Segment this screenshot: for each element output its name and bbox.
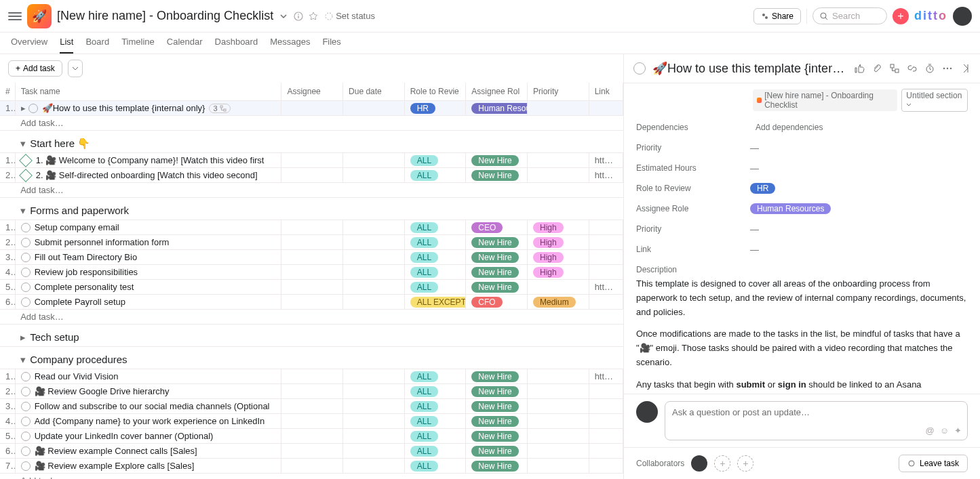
omni-add-button[interactable]: + [893, 8, 909, 24]
emoji-icon[interactable]: ☺ [940, 425, 949, 436]
complete-check[interactable] [21, 283, 31, 292]
pill[interactable]: ALL [410, 461, 438, 472]
link-cell[interactable]: https://ww [589, 153, 623, 168]
field-priority-value[interactable]: — [750, 143, 759, 153]
pill[interactable]: ALL [410, 446, 438, 457]
pill[interactable]: ALL [410, 371, 438, 382]
add-task-button[interactable]: +Add task [8, 60, 62, 77]
section-header[interactable]: ▾Forms and paperwork [15, 198, 623, 220]
star-reaction-icon[interactable]: ✦ [954, 425, 962, 436]
task-name[interactable]: 🎥 Review Google Drive hierarchy [35, 386, 170, 396]
pill[interactable]: ALL [410, 237, 438, 248]
subtask-icon[interactable] [889, 63, 900, 74]
add-dependencies-button[interactable]: Add dependencies [750, 120, 828, 135]
star-icon[interactable] [307, 10, 319, 22]
timer-icon[interactable] [924, 63, 935, 74]
nav-overview[interactable]: Overview [11, 37, 47, 54]
complete-task-check[interactable] [633, 62, 646, 75]
pill[interactable]: New Hire [471, 461, 518, 472]
user-avatar[interactable] [953, 7, 972, 26]
task-name[interactable]: 2. 🎥 Self-directed onboarding [Watch thi… [36, 170, 258, 180]
nav-board[interactable]: Board [85, 37, 109, 54]
pill[interactable]: High [533, 222, 564, 233]
like-icon[interactable] [854, 63, 865, 74]
link-cell[interactable] [589, 414, 623, 429]
section-header[interactable]: ▾Start here 👇 [15, 131, 623, 153]
col-due[interactable]: Due date [343, 83, 405, 101]
pill[interactable]: New Hire [471, 416, 518, 427]
complete-check[interactable] [21, 268, 31, 277]
col-role[interactable]: Role to Revie [404, 83, 466, 101]
project-title[interactable]: [New hire name] - Onboarding Checklist [57, 9, 273, 23]
table-row[interactable]: 1▸🚀How to use this template {internal on… [0, 101, 623, 116]
section-collapse-icon[interactable]: ▾ [20, 205, 26, 216]
task-name[interactable]: 🎥 Review example Connect calls [Sales] [35, 446, 197, 456]
section-collapse-icon[interactable]: ▾ [20, 354, 26, 365]
task-name[interactable]: Update your LinkedIn cover banner (Optio… [35, 431, 214, 441]
info-icon[interactable] [292, 10, 305, 22]
field-priority2-value[interactable]: — [750, 224, 759, 234]
complete-check[interactable] [21, 372, 31, 381]
nav-calendar[interactable]: Calendar [167, 37, 203, 54]
complete-check[interactable] [21, 387, 31, 396]
pill[interactable]: ALL [410, 282, 438, 293]
field-arole-value[interactable]: Human Resources [750, 203, 831, 214]
field-hours-value[interactable]: — [750, 163, 759, 173]
section-header[interactable]: ▸Tech setup [15, 325, 623, 347]
task-name[interactable]: Review job responsibilities [35, 267, 138, 277]
expand-subtasks-icon[interactable]: ▸ [21, 103, 26, 113]
chevron-down-icon[interactable] [277, 10, 290, 22]
pill[interactable]: ALL [410, 170, 438, 181]
task-name[interactable]: 🚀How to use this template {internal only… [42, 103, 205, 113]
table-row[interactable]: 2🎥 Review Google Drive hierarchyALLNew H… [0, 384, 623, 399]
task-name[interactable]: Read our Vivid Vision [35, 371, 119, 381]
complete-check[interactable] [28, 104, 38, 113]
pill[interactable]: ALL [410, 252, 438, 263]
nav-list[interactable]: List [60, 37, 73, 54]
pill[interactable]: New Hire [471, 282, 518, 293]
pill[interactable]: ALL [410, 386, 438, 397]
add-collaborator-button-2[interactable]: + [737, 455, 753, 472]
pill[interactable]: ALL [410, 431, 438, 442]
description-body[interactable]: This template is designed to cover all a… [636, 277, 968, 394]
add-task-row[interactable]: Add task… [15, 183, 623, 198]
pill[interactable]: High [533, 252, 564, 263]
link-cell[interactable] [589, 459, 623, 474]
task-name[interactable]: Submit personnel information form [35, 237, 170, 247]
pill[interactable]: CEO [471, 222, 503, 233]
pill[interactable]: New Hire [471, 386, 518, 397]
link-cell[interactable]: https://info [589, 369, 623, 384]
section-collapse-icon[interactable]: ▾ [20, 138, 26, 149]
attachment-icon[interactable] [871, 63, 882, 74]
more-icon[interactable] [942, 63, 953, 74]
pill[interactable]: New Hire [471, 170, 518, 181]
link-cell[interactable] [589, 384, 623, 399]
add-task-dropdown[interactable] [68, 60, 83, 77]
complete-check[interactable] [21, 297, 31, 307]
pill[interactable]: New Hire [471, 237, 518, 248]
table-row[interactable]: 4Review job responsibilitiesALLNew HireH… [0, 265, 623, 280]
pill[interactable]: CFO [471, 297, 502, 308]
nav-files[interactable]: Files [322, 37, 340, 54]
task-name[interactable]: Follow and subscribe to our social media… [35, 401, 270, 411]
pill[interactable]: High [533, 237, 564, 248]
col-priority[interactable]: Priority [527, 83, 589, 101]
pill[interactable]: New Hire [471, 252, 518, 263]
pill[interactable]: ALL [410, 267, 438, 278]
detail-title[interactable]: 🚀How to use this template {internal only… [652, 61, 847, 76]
table-row[interactable]: 6Complete Payroll setupALL EXCEPT HRCFOM… [0, 295, 623, 310]
table-row[interactable]: 5Complete personality testALLNew Hirehtt… [0, 280, 623, 295]
link-cell[interactable]: https://ww [589, 280, 623, 295]
link-cell[interactable] [589, 265, 623, 280]
table-row[interactable]: 2Submit personnel information formALLNew… [0, 235, 623, 250]
add-collaborator-button[interactable]: + [714, 455, 730, 472]
task-name[interactable]: 🎥 Review example Explore calls [Sales] [35, 461, 195, 471]
link-cell[interactable]: https://ww [589, 168, 623, 183]
task-name[interactable]: Setup company email [35, 222, 119, 232]
nav-messages[interactable]: Messages [270, 37, 310, 54]
detail-section-chip[interactable]: Untitled section [901, 89, 968, 112]
milestone-icon[interactable] [19, 154, 33, 167]
pill[interactable]: Human Resources [471, 103, 527, 114]
table-row[interactable]: 3Follow and subscribe to our social medi… [0, 399, 623, 414]
pill[interactable]: New Hire [471, 267, 518, 278]
